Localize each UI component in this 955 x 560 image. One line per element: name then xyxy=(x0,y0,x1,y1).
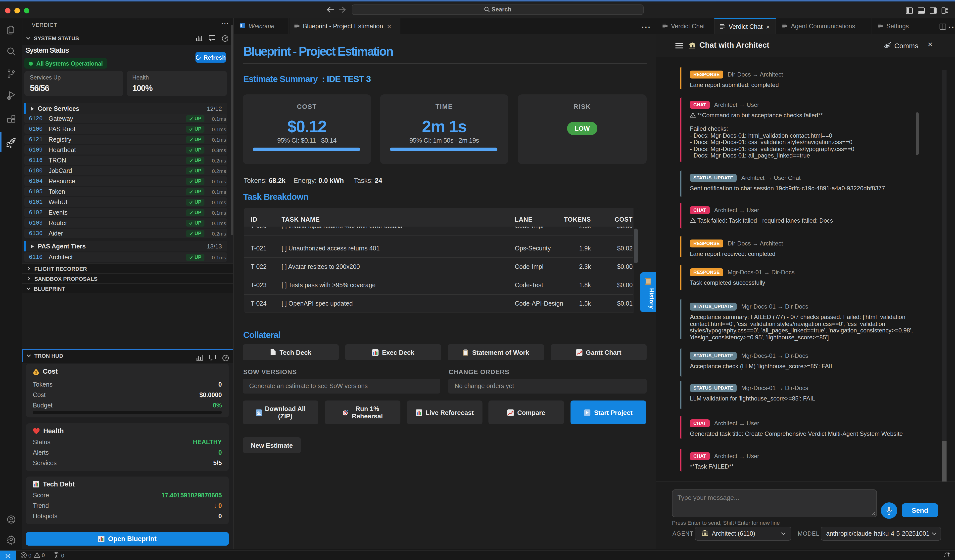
svg-text:$: $ xyxy=(35,370,37,374)
